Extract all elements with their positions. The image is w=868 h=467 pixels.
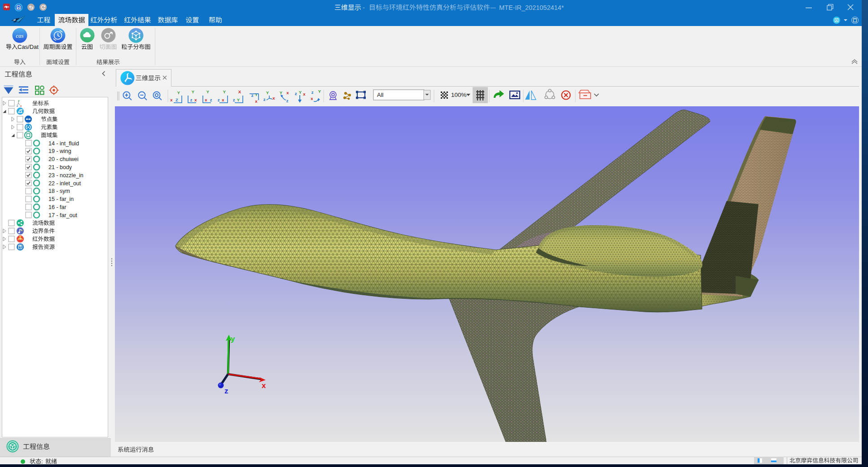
- svg-text:Y: Y: [280, 90, 283, 95]
- svg-text:Y: Y: [255, 92, 258, 97]
- svg-text:All: All: [377, 92, 384, 98]
- svg-text:14 - int_fluid: 14 - int_fluid: [48, 140, 79, 147]
- svg-text:Y: Y: [318, 89, 321, 94]
- svg-text:x: x: [286, 90, 289, 95]
- svg-text:Y: Y: [266, 90, 269, 95]
- svg-text:z: z: [263, 97, 266, 102]
- svg-text:z: z: [190, 97, 193, 102]
- svg-text:x: x: [194, 97, 197, 102]
- svg-text:y: y: [231, 335, 235, 343]
- svg-text:Y: Y: [299, 90, 302, 95]
- svg-text:Y: Y: [18, 100, 20, 102]
- svg-text:17 - far_out: 17 - far_out: [48, 212, 77, 218]
- svg-text:23 - nozzle_in: 23 - nozzle_in: [48, 172, 83, 179]
- svg-text:16 - far: 16 - far: [48, 204, 66, 210]
- svg-text:15 - far_in: 15 - far_in: [48, 196, 74, 202]
- svg-text:x: x: [222, 97, 224, 102]
- svg-text:z: z: [224, 387, 228, 395]
- svg-text:z: z: [295, 91, 297, 96]
- svg-text:z: z: [17, 105, 18, 107]
- svg-text:z: z: [311, 90, 314, 95]
- svg-text:Y: Y: [192, 89, 195, 94]
- svg-text:22 - inlet_out: 22 - inlet_out: [48, 180, 81, 187]
- svg-text:z: z: [233, 97, 235, 102]
- svg-text:19 - wing: 19 - wing: [48, 148, 71, 154]
- svg-text:z: z: [286, 98, 289, 103]
- svg-text:cas: cas: [16, 32, 23, 39]
- svg-text:z: z: [210, 97, 212, 102]
- svg-text:Y: Y: [237, 97, 240, 102]
- svg-text:X: X: [238, 89, 241, 94]
- svg-text:20 - chuiwei: 20 - chuiwei: [48, 156, 79, 162]
- svg-text:Y: Y: [177, 90, 180, 95]
- svg-text:18 - sym: 18 - sym: [48, 188, 70, 194]
- svg-text:x: x: [311, 96, 313, 101]
- svg-text:Y: Y: [206, 89, 210, 94]
- svg-text:x: x: [170, 97, 173, 102]
- svg-text:x: x: [262, 381, 266, 390]
- svg-text:x: x: [20, 105, 22, 107]
- svg-text:x: x: [205, 97, 207, 102]
- svg-text:x: x: [303, 92, 306, 96]
- svg-text:Y: Y: [223, 89, 226, 94]
- svg-text:21 - body: 21 - body: [48, 164, 72, 170]
- svg-text:z: z: [218, 97, 220, 102]
- svg-text:Z: Z: [175, 97, 178, 102]
- svg-text:x: x: [272, 96, 275, 100]
- svg-text:100%: 100%: [451, 92, 467, 98]
- svg-text:x: x: [255, 99, 258, 104]
